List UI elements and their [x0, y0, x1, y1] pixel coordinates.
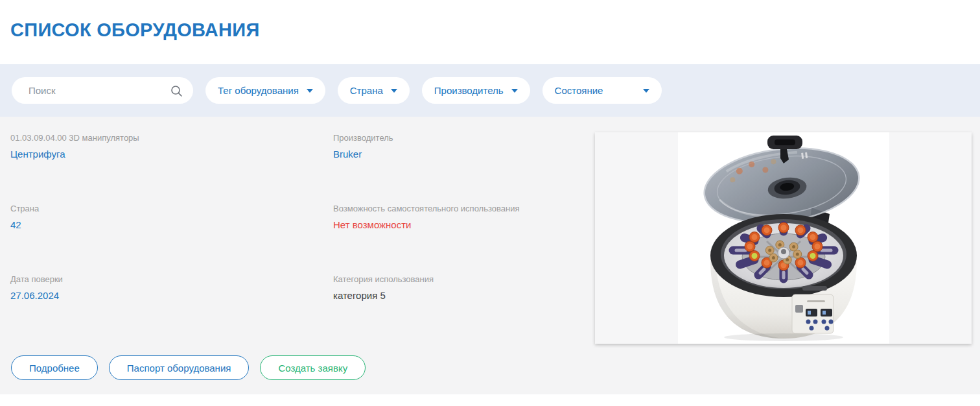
country-link[interactable]: 42	[10, 219, 315, 230]
field-label: Возможность самостоятельного использован…	[333, 204, 605, 213]
dropdown-label: Производитель	[434, 85, 504, 96]
equipment-name-link[interactable]: Центрифуга	[10, 149, 315, 160]
field-label: Категория использования	[333, 274, 605, 284]
dropdown-manufacturer[interactable]: Производитель	[422, 77, 530, 104]
filter-bar: Тег оборудования Страна Производитель Со…	[0, 64, 980, 117]
dropdown-equipment-tag[interactable]: Тег оборудования	[205, 77, 325, 104]
dropdown-state[interactable]: Состояние	[542, 77, 662, 104]
equipment-card: 01.03.09.04.00 3D манипуляторы Центрифуг…	[0, 117, 980, 394]
dropdown-label: Страна	[350, 85, 383, 96]
footer-strip	[0, 394, 980, 406]
search-box[interactable]	[12, 77, 193, 104]
chevron-down-icon	[391, 89, 397, 93]
page-header: СПИСОК ОБОРУДОВАНИЯ	[0, 0, 980, 64]
manufacturer-link[interactable]: Bruker	[333, 149, 605, 160]
create-request-button[interactable]: Создать заявку	[260, 355, 366, 380]
field-label: Страна	[10, 204, 315, 213]
fields-column-right: Производитель Bruker Возможность самосто…	[333, 133, 605, 345]
chevron-down-icon	[511, 89, 518, 93]
field-country: Страна 42	[10, 204, 315, 232]
field-usage-category: Категория использования категория 5	[333, 274, 605, 303]
search-input[interactable]	[29, 85, 165, 96]
field-manufacturer: Производитель Bruker	[333, 133, 605, 161]
field-label: Производитель	[333, 133, 605, 143]
chevron-down-icon	[643, 89, 649, 93]
verification-date-link[interactable]: 27.06.2024	[10, 290, 315, 301]
field-classification: 01.03.09.04.00 3D манипуляторы Центрифуг…	[10, 133, 315, 161]
search-icon[interactable]	[170, 84, 183, 97]
equipment-passport-button[interactable]: Паспорт оборудования	[109, 355, 250, 380]
equipment-photo	[678, 132, 889, 344]
self-use-status: Нет возможности	[333, 219, 605, 230]
details-button[interactable]: Подробнее	[11, 355, 98, 380]
usage-category-value: категория 5	[333, 290, 605, 301]
field-label: 01.03.09.04.00 3D манипуляторы	[10, 133, 315, 143]
chevron-down-icon	[307, 89, 313, 93]
dropdown-country[interactable]: Страна	[338, 77, 410, 104]
card-actions: Подробнее Паспорт оборудования Создать з…	[11, 355, 366, 380]
centrifuge-illustration	[678, 132, 889, 344]
equipment-photo-panel	[595, 132, 972, 344]
field-self-use: Возможность самостоятельного использован…	[333, 204, 605, 232]
field-verification-date: Дата поверки 27.06.2024	[10, 274, 315, 303]
page-title: СПИСОК ОБОРУДОВАНИЯ	[10, 19, 260, 41]
dropdown-label: Состояние	[555, 85, 603, 96]
dropdown-label: Тег оборудования	[218, 85, 299, 96]
fields-column-left: 01.03.09.04.00 3D манипуляторы Центрифуг…	[10, 133, 315, 345]
field-label: Дата поверки	[10, 274, 315, 284]
